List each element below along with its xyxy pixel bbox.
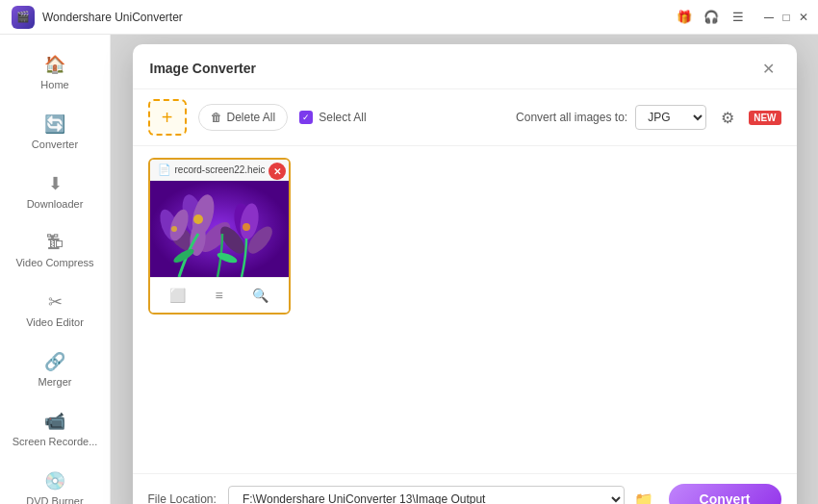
downloader-icon: ⬇ [48, 173, 63, 194]
dialog-header: Image Converter ✕ [133, 44, 797, 89]
dialog-title: Image Converter [150, 61, 256, 76]
select-all-label: Select All [319, 111, 366, 124]
dialog-content: 📄 record-screen22.heic ✕ [133, 146, 797, 473]
app-logo: 🎬 [12, 6, 35, 29]
file-location-label: File Location: [148, 492, 217, 504]
image-actions-bar: ⬜ ≡ 🔍 [150, 277, 289, 313]
sidebar: 🏠 Home 🔄 Converter ⬇ Downloader 🗜 Video … [0, 35, 111, 504]
sidebar-label-merger: Merger [38, 376, 72, 388]
image-filename-bar: 📄 record-screen22.heic [150, 160, 289, 181]
new-badge: NEW [749, 111, 780, 125]
filename-text: record-screen22.heic [175, 164, 266, 175]
delete-all-button[interactable]: 🗑 Delete All [198, 104, 289, 131]
file-icon: 📄 [158, 164, 171, 176]
format-settings-button[interactable]: ⚙ [714, 104, 741, 131]
delete-all-label: Delete All [227, 111, 276, 124]
zoom-action-button[interactable]: 🔍 [248, 284, 271, 307]
sidebar-item-video-compressor[interactable]: 🗜 Video Compress [6, 223, 104, 278]
converter-icon: 🔄 [44, 113, 65, 135]
sidebar-label-home: Home [40, 79, 68, 90]
image-converter-dialog: Image Converter ✕ + 🗑 Delete All [133, 44, 797, 504]
sidebar-item-merger[interactable]: 🔗 Merger [6, 341, 104, 397]
title-bar-right: 🎁 🎧 ☰ ─ □ ✕ [674, 7, 810, 28]
app-window: 🎬 Wondershare UniConverter 🎁 🎧 ☰ ─ □ ✕ 🏠… [0, 0, 818, 504]
sidebar-label-recorder: Screen Recorde... [13, 436, 98, 447]
compress-icon: 🗜 [46, 233, 64, 253]
sidebar-label-compress: Video Compress [15, 257, 93, 268]
home-icon: 🏠 [44, 54, 65, 75]
select-all-checkbox[interactable]: ✓ Select All [299, 111, 366, 124]
minimize-button[interactable]: ─ [762, 11, 776, 24]
menu-icon[interactable]: ☰ [728, 7, 749, 28]
dialog-toolbar: + 🗑 Delete All ✓ Select All Convert all … [133, 89, 797, 146]
recorder-icon: 📹 [44, 411, 65, 432]
headphones-icon[interactable]: 🎧 [701, 7, 722, 28]
output-path-dropdown[interactable]: F:\Wondershare UniConverter 13\Image Out… [228, 486, 625, 504]
convert-to-label: Convert all images to: [516, 111, 627, 124]
sidebar-item-video-editor[interactable]: ✂ Video Editor [6, 282, 104, 338]
editor-icon: ✂ [48, 291, 63, 313]
sidebar-label-editor: Video Editor [26, 316, 84, 328]
sidebar-label-converter: Converter [32, 139, 78, 150]
sidebar-item-home[interactable]: 🏠 Home [6, 44, 104, 100]
checkbox-icon: ✓ [299, 111, 313, 124]
add-image-button[interactable]: + [148, 99, 187, 136]
sidebar-label-dvd: DVD Burner [26, 495, 83, 504]
dialog-close-button[interactable]: ✕ [758, 58, 780, 79]
window-controls: ─ □ ✕ [762, 11, 810, 24]
image-preview [150, 181, 289, 277]
sidebar-label-downloader: Downloader [27, 198, 84, 210]
image-item: 📄 record-screen22.heic ✕ [148, 158, 291, 315]
trash-icon: 🗑 [211, 111, 222, 124]
sidebar-item-downloader[interactable]: ⬇ Downloader [6, 164, 104, 219]
dialog-footer: File Location: F:\Wondershare UniConvert… [133, 473, 797, 504]
gift-icon[interactable]: 🎁 [674, 7, 695, 28]
browse-folder-button[interactable]: 📁 [630, 486, 657, 504]
sidebar-item-screen-recorder[interactable]: 📹 Screen Recorde... [6, 401, 104, 457]
dvd-icon: 💿 [44, 470, 65, 491]
dialog-overlay: Image Converter ✕ + 🗑 Delete All [111, 35, 818, 504]
maximize-button[interactable]: □ [780, 11, 793, 24]
image-remove-button[interactable]: ✕ [268, 163, 286, 180]
title-bar-left: 🎬 Wondershare UniConverter [12, 6, 183, 29]
sidebar-item-dvd-burner[interactable]: 💿 DVD Burner [6, 461, 104, 504]
main-content: Image Converter ✕ + 🗑 Delete All [111, 35, 818, 504]
app-title: Wondershare UniConverter [42, 11, 183, 24]
format-dropdown[interactable]: JPG PNG WEBP BMP TIFF GIF [635, 105, 706, 130]
add-icon: + [162, 107, 173, 129]
title-bar: 🎬 Wondershare UniConverter 🎁 🎧 ☰ ─ □ ✕ [0, 0, 818, 35]
file-path-section: F:\Wondershare UniConverter 13\Image Out… [228, 486, 657, 504]
sidebar-item-converter[interactable]: 🔄 Converter [6, 104, 104, 160]
convert-to-section: Convert all images to: JPG PNG WEBP BMP … [516, 104, 780, 131]
app-body: 🏠 Home 🔄 Converter ⬇ Downloader 🗜 Video … [0, 35, 818, 504]
flower-svg [150, 181, 289, 277]
close-button[interactable]: ✕ [797, 11, 810, 24]
merger-icon: 🔗 [44, 351, 65, 372]
svg-point-6 [193, 214, 203, 224]
svg-point-11 [243, 223, 250, 231]
svg-point-14 [171, 226, 177, 232]
convert-button[interactable]: Convert [669, 484, 781, 504]
crop-action-button[interactable]: ⬜ [166, 284, 190, 307]
list-action-button[interactable]: ≡ [207, 284, 230, 307]
